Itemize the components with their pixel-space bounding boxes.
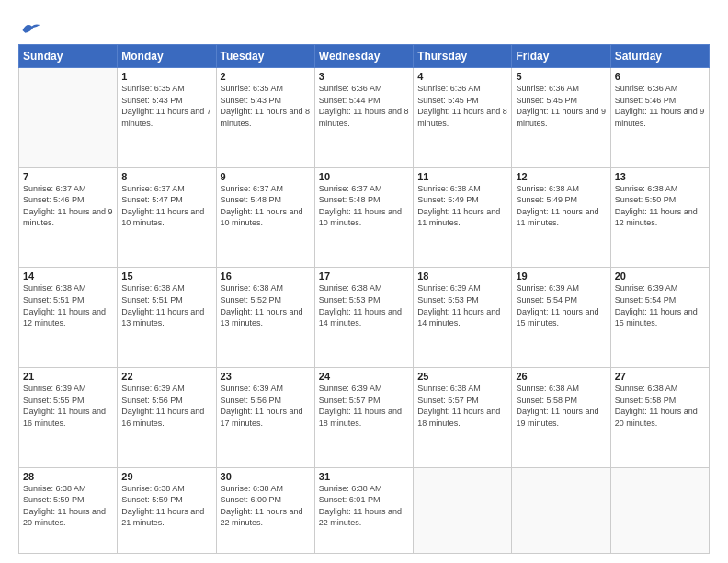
day-info: Sunrise: 6:38 AMSunset: 6:01 PMDaylight:… — [319, 483, 409, 529]
day-info: Sunrise: 6:38 AMSunset: 5:52 PMDaylight:… — [221, 282, 311, 328]
day-number: 26 — [516, 371, 606, 382]
day-info: Sunrise: 6:39 AMSunset: 5:55 PMDaylight:… — [23, 383, 113, 429]
weekday-header-wednesday: Wednesday — [314, 45, 413, 68]
day-number: 21 — [23, 371, 113, 382]
calendar-week-row: 7Sunrise: 6:37 AMSunset: 5:46 PMDaylight… — [19, 167, 710, 268]
calendar-cell: 15Sunrise: 6:38 AMSunset: 5:51 PMDayligh… — [118, 268, 216, 368]
day-info: Sunrise: 6:35 AMSunset: 5:43 PMDaylight:… — [121, 83, 211, 129]
day-info: Sunrise: 6:35 AMSunset: 5:43 PMDaylight:… — [221, 83, 311, 129]
day-info: Sunrise: 6:38 AMSunset: 5:51 PMDaylight:… — [121, 282, 211, 328]
calendar-cell: 18Sunrise: 6:39 AMSunset: 5:53 PMDayligh… — [414, 268, 512, 368]
day-number: 9 — [221, 171, 311, 182]
calendar-week-row: 21Sunrise: 6:39 AMSunset: 5:55 PMDayligh… — [19, 368, 710, 468]
day-number: 2 — [221, 71, 311, 82]
day-info: Sunrise: 6:36 AMSunset: 5:46 PMDaylight:… — [615, 83, 705, 129]
calendar-cell: 1Sunrise: 6:35 AMSunset: 5:43 PMDaylight… — [118, 68, 216, 168]
header — [18, 17, 710, 35]
calendar-cell: 6Sunrise: 6:36 AMSunset: 5:46 PMDaylight… — [610, 68, 709, 168]
calendar-cell — [512, 467, 610, 553]
calendar-cell: 29Sunrise: 6:38 AMSunset: 5:59 PMDayligh… — [118, 467, 216, 553]
day-info: Sunrise: 6:38 AMSunset: 5:50 PMDaylight:… — [615, 183, 705, 229]
weekday-header-tuesday: Tuesday — [216, 45, 314, 68]
calendar-cell: 17Sunrise: 6:38 AMSunset: 5:53 PMDayligh… — [314, 268, 413, 368]
day-info: Sunrise: 6:39 AMSunset: 5:56 PMDaylight:… — [221, 383, 311, 429]
day-info: Sunrise: 6:39 AMSunset: 5:54 PMDaylight:… — [516, 282, 606, 328]
day-number: 27 — [615, 371, 705, 382]
day-info: Sunrise: 6:39 AMSunset: 5:54 PMDaylight:… — [615, 282, 705, 328]
day-info: Sunrise: 6:38 AMSunset: 5:49 PMDaylight:… — [516, 183, 606, 229]
day-number: 25 — [417, 371, 507, 382]
day-info: Sunrise: 6:38 AMSunset: 5:59 PMDaylight:… — [121, 483, 211, 529]
calendar-cell: 11Sunrise: 6:38 AMSunset: 5:49 PMDayligh… — [414, 167, 512, 268]
day-info: Sunrise: 6:37 AMSunset: 5:47 PMDaylight:… — [121, 183, 211, 229]
day-number: 8 — [121, 171, 211, 182]
calendar-cell: 14Sunrise: 6:38 AMSunset: 5:51 PMDayligh… — [19, 268, 118, 368]
day-info: Sunrise: 6:38 AMSunset: 5:58 PMDaylight:… — [615, 383, 705, 429]
day-number: 16 — [221, 270, 311, 282]
calendar-cell: 10Sunrise: 6:37 AMSunset: 5:48 PMDayligh… — [314, 167, 413, 268]
calendar-cell: 19Sunrise: 6:39 AMSunset: 5:54 PMDayligh… — [512, 268, 610, 368]
day-info: Sunrise: 6:37 AMSunset: 5:46 PMDaylight:… — [23, 183, 113, 229]
day-number: 18 — [417, 270, 507, 282]
day-number: 17 — [319, 270, 409, 282]
day-info: Sunrise: 6:39 AMSunset: 5:56 PMDaylight:… — [121, 383, 211, 429]
day-info: Sunrise: 6:38 AMSunset: 6:00 PMDaylight:… — [221, 483, 311, 529]
day-number: 22 — [121, 371, 211, 382]
calendar-cell: 22Sunrise: 6:39 AMSunset: 5:56 PMDayligh… — [118, 368, 216, 468]
day-info: Sunrise: 6:37 AMSunset: 5:48 PMDaylight:… — [319, 183, 409, 229]
calendar-cell: 26Sunrise: 6:38 AMSunset: 5:58 PMDayligh… — [512, 368, 610, 468]
calendar-week-row: 14Sunrise: 6:38 AMSunset: 5:51 PMDayligh… — [19, 268, 710, 368]
day-number: 10 — [319, 171, 409, 182]
day-info: Sunrise: 6:38 AMSunset: 5:53 PMDaylight:… — [319, 282, 409, 328]
day-number: 28 — [23, 471, 113, 482]
day-number: 23 — [221, 371, 311, 382]
day-number: 5 — [516, 71, 606, 82]
weekday-header-saturday: Saturday — [610, 45, 709, 68]
day-info: Sunrise: 6:38 AMSunset: 5:57 PMDaylight:… — [417, 383, 507, 429]
day-number: 6 — [615, 71, 705, 82]
calendar-cell: 8Sunrise: 6:37 AMSunset: 5:47 PMDaylight… — [118, 167, 216, 268]
day-number: 12 — [516, 171, 606, 182]
day-info: Sunrise: 6:38 AMSunset: 5:58 PMDaylight:… — [516, 383, 606, 429]
calendar-week-row: 28Sunrise: 6:38 AMSunset: 5:59 PMDayligh… — [19, 467, 710, 553]
logo — [18, 20, 41, 35]
weekday-header-thursday: Thursday — [414, 45, 512, 68]
calendar-cell: 24Sunrise: 6:39 AMSunset: 5:57 PMDayligh… — [314, 368, 413, 468]
calendar-cell: 30Sunrise: 6:38 AMSunset: 6:00 PMDayligh… — [216, 467, 314, 553]
day-number: 1 — [121, 71, 211, 82]
calendar-cell: 23Sunrise: 6:39 AMSunset: 5:56 PMDayligh… — [216, 368, 314, 468]
calendar-cell — [414, 467, 512, 553]
calendar-cell: 2Sunrise: 6:35 AMSunset: 5:43 PMDaylight… — [216, 68, 314, 168]
day-info: Sunrise: 6:38 AMSunset: 5:49 PMDaylight:… — [417, 183, 507, 229]
calendar-cell: 28Sunrise: 6:38 AMSunset: 5:59 PMDayligh… — [19, 467, 118, 553]
day-number: 19 — [516, 270, 606, 282]
day-info: Sunrise: 6:36 AMSunset: 5:45 PMDaylight:… — [417, 83, 507, 129]
calendar-cell: 5Sunrise: 6:36 AMSunset: 5:45 PMDaylight… — [512, 68, 610, 168]
day-number: 14 — [23, 270, 113, 282]
calendar-cell: 16Sunrise: 6:38 AMSunset: 5:52 PMDayligh… — [216, 268, 314, 368]
calendar-cell: 21Sunrise: 6:39 AMSunset: 5:55 PMDayligh… — [19, 368, 118, 468]
calendar-cell: 27Sunrise: 6:38 AMSunset: 5:58 PMDayligh… — [610, 368, 709, 468]
day-number: 24 — [319, 371, 409, 382]
day-info: Sunrise: 6:37 AMSunset: 5:48 PMDaylight:… — [221, 183, 311, 229]
calendar-cell: 7Sunrise: 6:37 AMSunset: 5:46 PMDaylight… — [19, 167, 118, 268]
logo-bird-icon — [21, 20, 41, 35]
day-number: 31 — [319, 471, 409, 482]
calendar-cell — [610, 467, 709, 553]
day-number: 7 — [23, 171, 113, 182]
calendar-cell: 9Sunrise: 6:37 AMSunset: 5:48 PMDaylight… — [216, 167, 314, 268]
day-info: Sunrise: 6:36 AMSunset: 5:44 PMDaylight:… — [319, 83, 409, 129]
day-info: Sunrise: 6:39 AMSunset: 5:53 PMDaylight:… — [417, 282, 507, 328]
weekday-header-sunday: Sunday — [19, 45, 118, 68]
calendar: SundayMondayTuesdayWednesdayThursdayFrid… — [18, 44, 710, 554]
calendar-cell: 13Sunrise: 6:38 AMSunset: 5:50 PMDayligh… — [610, 167, 709, 268]
day-number: 15 — [121, 270, 211, 282]
calendar-cell — [19, 68, 118, 168]
day-number: 4 — [417, 71, 507, 82]
calendar-cell: 4Sunrise: 6:36 AMSunset: 5:45 PMDaylight… — [414, 68, 512, 168]
calendar-cell: 3Sunrise: 6:36 AMSunset: 5:44 PMDaylight… — [314, 68, 413, 168]
day-number: 11 — [417, 171, 507, 182]
weekday-header-monday: Monday — [118, 45, 216, 68]
page: SundayMondayTuesdayWednesdayThursdayFrid… — [0, 0, 728, 563]
calendar-cell: 25Sunrise: 6:38 AMSunset: 5:57 PMDayligh… — [414, 368, 512, 468]
